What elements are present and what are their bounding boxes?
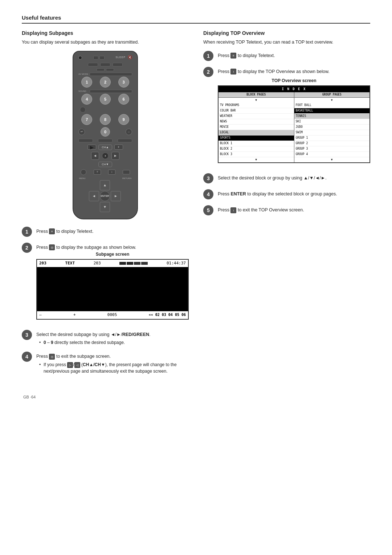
remote-control: SLEEP 🔇 AV MODE <box>73 51 138 219</box>
nav-empty-br <box>111 202 121 212</box>
left-step-2: 2 Press ◎ to display the subpage as show… <box>22 243 189 324</box>
top-left-item-6: LOCAL <box>219 130 294 135</box>
top-header: I N D E X <box>219 86 369 93</box>
top-left-arrow-top: ▼ <box>219 98 294 103</box>
enter-btn[interactable]: ENTER <box>100 191 110 201</box>
prog-seg-1 <box>119 262 126 265</box>
left-column: Displaying Subpages You can display seve… <box>22 30 189 380</box>
footer-minus: – <box>39 312 42 318</box>
num-btn-2[interactable]: 2 <box>100 77 111 88</box>
num-btn-6[interactable]: 6 <box>118 94 129 105</box>
remote-top-icons: SLEEP 🔇 <box>78 55 132 61</box>
subpage-screen-label: Subpage screen <box>36 251 189 258</box>
top-right-item-2: BASKETBALL <box>294 108 370 114</box>
record-btn[interactable]: ● <box>102 153 109 159</box>
top-right-col-header: GROUP PAGES <box>294 92 370 98</box>
mute-icon: 🔇 <box>128 55 132 59</box>
ch-down-btn[interactable]: CH▼ <box>98 162 112 167</box>
dash-btn[interactable]: – <box>126 129 132 135</box>
step-content-4: Press ◎ to exit the subpage screen. If y… <box>36 352 189 374</box>
step-num-2: 2 <box>22 243 32 253</box>
remote-btn <box>93 56 98 60</box>
circle-btn-row <box>80 107 132 113</box>
sleep-label: SLEEP <box>115 56 126 58</box>
top-left-arrow-bottom: ▼ <box>219 157 294 162</box>
left-step-1: 1 Press ≡ to display Teletext. <box>22 227 189 237</box>
step-content-2: Press ◎ to display the subpage as shown … <box>36 243 189 324</box>
return-btn[interactable]: ↩ <box>78 129 85 135</box>
long-btns-row <box>78 139 132 142</box>
sound-btn <box>90 90 132 93</box>
num-btn-4[interactable]: 4 <box>81 94 92 105</box>
step4-bullets: If you press ▷/◁ (CH▲/CH▼), the present … <box>36 361 189 374</box>
prog-seg-2 <box>127 262 133 265</box>
top-right-item-5: JUDO <box>294 125 370 130</box>
left-arrow-btn[interactable]: ◄ <box>91 152 99 160</box>
nav-up-btn[interactable]: ▲ <box>100 180 110 190</box>
step-num-3: 3 <box>22 330 32 340</box>
remote-wrapper: SLEEP 🔇 AV MODE <box>22 51 189 219</box>
remote-small-rect <box>97 68 105 71</box>
top-left-item-4: NEWS <box>219 119 294 125</box>
left-step-3: 3 Select the desired subpage by using ◄/… <box>22 330 189 346</box>
right-step-2: 2 Press i to display the TOP Overview as… <box>203 67 370 167</box>
side-arrows-row: ◄ ● ► <box>91 152 119 160</box>
left-section-intro: You can display several subpages as they… <box>22 39 189 46</box>
top-left-item-2: COLOR BAR <box>219 108 294 114</box>
top-overview-label: TOP Overview screen <box>218 77 370 84</box>
red-green-label: RED/GREEN <box>122 332 149 337</box>
teletext-icon-r1: ≡ <box>230 53 236 58</box>
icon-btn-3[interactable]: i <box>108 170 115 175</box>
top-left-item-7: SPORTS <box>219 135 294 141</box>
left-steps: 1 Press ≡ to display Teletext. 2 Press ◎… <box>22 227 189 374</box>
step-content-1: Press ≡ to display Teletext. <box>36 227 189 235</box>
nav-right-btn[interactable]: ► <box>111 191 121 201</box>
footer-plus: + <box>73 312 76 318</box>
top-left-item-1: TV PROGRAMS <box>219 103 294 108</box>
right-step-5: 5 Press i to exit the TOP Overview scree… <box>203 205 370 215</box>
step4-bullet-1: If you press ▷/◁ (CH▲/CH▼), the present … <box>39 361 189 374</box>
num-btn-3[interactable]: 3 <box>118 77 129 88</box>
nav-left-btn[interactable]: ◄ <box>89 191 99 201</box>
top-left-col: BLOCK PAGES ▼ TV PROGRAMS COLOR BAR WEAT… <box>219 92 294 162</box>
numpad: 1 2 3 <box>78 77 132 88</box>
right-arrow-btn[interactable]: ► <box>111 152 119 160</box>
top-left-item-10: BLOCK 3 <box>219 152 294 157</box>
teletext-icon-1: ≡ <box>49 228 55 234</box>
circle-btn[interactable] <box>80 107 86 113</box>
num-btn-0[interactable]: 0 <box>101 127 110 137</box>
progress-bar <box>119 260 148 267</box>
icon-btn-1[interactable] <box>81 169 86 175</box>
play-btn[interactable]: ▶ <box>87 145 96 150</box>
ch-up-btn[interactable]: CH▲ <box>98 145 112 150</box>
right-section-title: Displaying TOP Overview <box>203 30 370 36</box>
icon-btn-2[interactable]: ? <box>94 170 101 175</box>
page-header: Useful features <box>22 15 370 24</box>
right-step-content-5: Press i to exit the TOP Overview screen. <box>218 205 370 214</box>
top-body: BLOCK PAGES ▼ TV PROGRAMS COLOR BAR WEAT… <box>219 92 369 162</box>
nav-empty-tl <box>89 180 99 190</box>
num-btn-9[interactable]: 9 <box>118 114 129 125</box>
top-left-item-3: WEATHER <box>219 114 294 119</box>
numpad-bottom: 7 8 9 <box>78 114 132 125</box>
plus-btn[interactable]: + <box>114 145 123 150</box>
icon-btn-4[interactable] <box>123 170 130 174</box>
right-step-content-2: Press i to display the TOP Overview as s… <box>218 67 370 167</box>
sound-label: SOUND <box>78 90 89 92</box>
sound-row: SOUND <box>78 90 132 93</box>
num-btn-8[interactable]: 8 <box>100 114 111 125</box>
remote-rect-btn <box>100 63 110 66</box>
nav-down-btn[interactable]: ▼ <box>100 202 110 212</box>
av-mode-btn <box>90 73 132 76</box>
top-left-item-9: BLOCK 2 <box>219 146 294 152</box>
subpage-screen: 203 TEXT 203 01:44:37 <box>36 259 189 320</box>
numpad-mid: 4 5 6 <box>78 94 132 105</box>
left-section-title: Displaying Subpages <box>22 30 189 36</box>
num-btn-7[interactable]: 7 <box>81 114 92 125</box>
top-left-item-8: BLOCK 1 <box>219 141 294 146</box>
num-btn-1[interactable]: 1 <box>81 77 92 88</box>
remote-small-icons <box>78 68 132 71</box>
num-btn-5[interactable]: 5 <box>100 94 111 105</box>
subpage-header: 203 TEXT 203 01:44:37 <box>37 260 188 268</box>
remote-sleep-row: SLEEP 🔇 <box>115 55 132 59</box>
